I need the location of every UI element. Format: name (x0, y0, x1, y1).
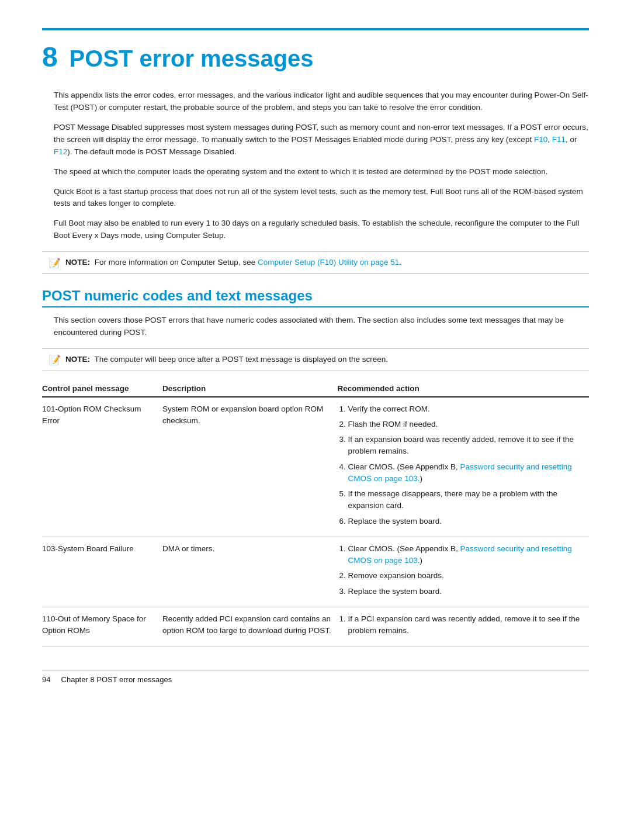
actions-1: Verify the correct ROM. Flash the ROM if… (337, 397, 589, 537)
col-header-desc: Description (162, 381, 338, 397)
table-row: 103-System Board Failure DMA or timers. … (42, 537, 589, 607)
section-note-body: The computer will beep once after a POST… (95, 355, 389, 364)
control-message-1: 101-Option ROM Checksum Error (42, 397, 162, 537)
section-note-icon: 📝 (49, 354, 61, 365)
list-item: If the message disappears, there may be … (348, 488, 584, 512)
intro-para-5: Full Boot may also be enabled to run eve… (54, 217, 589, 242)
control-message-2: 103-System Board Failure (42, 537, 162, 607)
password-link-2[interactable]: Password security and resetting CMOS on … (348, 544, 571, 565)
intro-section: This appendix lists the error codes, err… (42, 89, 589, 242)
list-item: Remove expansion boards. (348, 570, 584, 582)
section-intro-para: This section covers those POST errors th… (54, 314, 589, 339)
section-note-label: NOTE: (65, 355, 90, 364)
post-errors-table: Control panel message Description Recomm… (42, 381, 589, 647)
table-row: 110-Out of Memory Space for Option ROMs … (42, 607, 589, 647)
chapter-number: 8 (42, 42, 58, 72)
list-item: If a PCI expansion card was recently add… (348, 613, 584, 637)
section-note-text: NOTE: The computer will beep once after … (65, 354, 388, 365)
f10-link[interactable]: F10 (534, 135, 547, 144)
footer-text: Chapter 8 POST error messages (61, 675, 172, 684)
section-intro-section: This section covers those POST errors th… (42, 314, 589, 339)
f12-link[interactable]: F12 (54, 147, 67, 156)
note-icon: 📝 (49, 257, 61, 268)
section-title: POST numeric codes and text messages (42, 288, 589, 307)
intro-para-4: Quick Boot is a fast startup process tha… (54, 186, 589, 210)
list-item: Clear CMOS. (See Appendix B, Password se… (348, 543, 584, 567)
intro-para-2: POST Message Disabled suppresses most sy… (54, 122, 589, 158)
list-item: Flash the ROM if needed. (348, 419, 584, 430)
description-3: Recently added PCI expansion card contai… (162, 607, 338, 647)
col-header-control: Control panel message (42, 381, 162, 397)
actions-2: Clear CMOS. (See Appendix B, Password se… (337, 537, 589, 607)
intro-note-label: NOTE: (65, 258, 90, 267)
description-1: System ROM or expansion board option ROM… (162, 397, 338, 537)
description-2: DMA or timers. (162, 537, 338, 607)
control-message-3: 110-Out of Memory Space for Option ROMs (42, 607, 162, 647)
f11-link[interactable]: F11 (552, 135, 566, 144)
intro-note-text: NOTE: For more information on Computer S… (65, 257, 401, 268)
table-row: 101-Option ROM Checksum Error System ROM… (42, 397, 589, 537)
list-item: Clear CMOS. (See Appendix B, Password se… (348, 461, 584, 485)
footer-page-number: 94 (42, 675, 50, 684)
list-item: Replace the system board. (348, 516, 584, 527)
chapter-header: 8 POST error messages (42, 28, 589, 73)
list-item: If an expansion board was recently added… (348, 434, 584, 458)
intro-para-1: This appendix lists the error codes, err… (54, 89, 589, 114)
col-header-action: Recommended action (337, 381, 589, 397)
intro-note-box: 📝 NOTE: For more information on Computer… (42, 251, 589, 274)
actions-3: If a PCI expansion card was recently add… (337, 607, 589, 647)
page-footer: 94 Chapter 8 POST error messages (42, 670, 589, 684)
intro-para-3: The speed at which the computer loads th… (54, 166, 589, 178)
list-item: Replace the system board. (348, 586, 584, 597)
intro-note-body: For more information on Computer Setup, … (95, 258, 258, 267)
list-item: Verify the correct ROM. (348, 403, 584, 415)
chapter-title: POST error messages (70, 46, 314, 71)
section-note-box: 📝 NOTE: The computer will beep once afte… (42, 348, 589, 371)
table-header-row: Control panel message Description Recomm… (42, 381, 589, 397)
computer-setup-link[interactable]: Computer Setup (F10) Utility on page 51 (258, 258, 399, 267)
password-link-1[interactable]: Password security and resetting CMOS on … (348, 462, 571, 483)
